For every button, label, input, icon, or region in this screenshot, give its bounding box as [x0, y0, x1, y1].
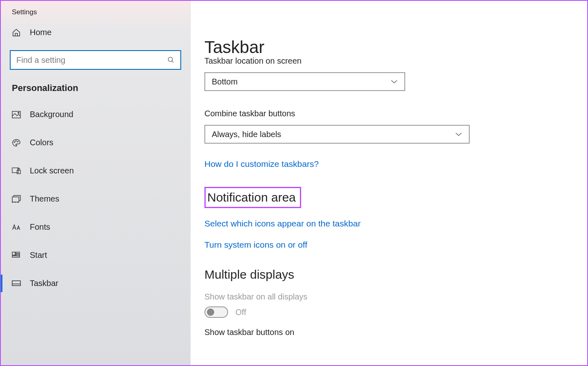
location-label: Taskbar location on screen — [204, 56, 587, 66]
location-dropdown[interactable]: Bottom — [204, 72, 405, 91]
system-icons-link[interactable]: Turn system icons on or off — [204, 240, 587, 250]
search-input[interactable] — [16, 55, 167, 65]
sidebar-item-label: Themes — [30, 194, 59, 204]
section-label: Personalization — [1, 83, 190, 103]
home-nav[interactable]: Home — [1, 22, 190, 43]
svg-rect-14 — [12, 281, 20, 286]
taskbar-icon — [12, 279, 21, 288]
sidebar-item-label: Colors — [30, 138, 53, 147]
sidebar-item-lockscreen[interactable]: Lock screen — [1, 160, 190, 182]
svg-line-1 — [172, 61, 173, 62]
svg-rect-9 — [12, 197, 19, 202]
notif-icons-link[interactable]: Select which icons appear on the taskbar — [204, 219, 587, 228]
combine-value: Always, hide labels — [212, 130, 281, 139]
home-icon — [12, 28, 21, 37]
svg-rect-11 — [16, 252, 20, 253]
svg-point-0 — [168, 57, 173, 62]
notification-heading-highlight: Notification area — [204, 187, 301, 208]
show-buttons-on-label: Show taskbar buttons on — [204, 328, 587, 337]
svg-point-6 — [18, 141, 18, 142]
svg-rect-10 — [12, 252, 15, 255]
fonts-icon — [12, 223, 21, 231]
combine-label: Combine taskbar buttons — [204, 109, 587, 118]
sidebar-item-themes[interactable]: Themes — [1, 188, 190, 210]
help-link[interactable]: How do I customize taskbars? — [204, 159, 587, 169]
sidebar-item-label: Taskbar — [30, 279, 58, 288]
show-taskbar-all-toggle[interactable] — [204, 306, 228, 318]
themes-icon — [12, 195, 21, 203]
palette-icon — [12, 139, 21, 147]
svg-point-3 — [18, 112, 19, 113]
sidebar-item-colors[interactable]: Colors — [1, 131, 190, 154]
notification-heading: Notification area — [207, 191, 296, 204]
sidebar-item-background[interactable]: Background — [1, 103, 190, 126]
app-title: Settings — [1, 1, 190, 22]
home-label: Home — [30, 28, 51, 37]
show-taskbar-all-toggle-row: Off — [204, 306, 587, 318]
show-taskbar-all-label: Show taskbar on all displays — [204, 292, 587, 302]
sidebar-item-label: Fonts — [30, 222, 50, 232]
sidebar-item-start[interactable]: Start — [1, 244, 190, 266]
sidebar-item-label: Background — [30, 110, 73, 119]
combine-dropdown[interactable]: Always, hide labels — [204, 125, 470, 144]
chevron-down-icon — [455, 132, 462, 136]
lockscreen-icon — [12, 167, 21, 175]
toggle-state-text: Off — [235, 308, 246, 317]
sidebar-item-taskbar[interactable]: Taskbar — [1, 272, 190, 295]
multiple-displays-heading: Multiple displays — [204, 268, 587, 282]
start-icon — [12, 251, 21, 260]
sidebar: Settings Home Personalization — [1, 1, 191, 365]
main-content: Taskbar Taskbar location on screen Botto… — [191, 1, 587, 365]
sidebar-item-fonts[interactable]: Fonts — [1, 216, 190, 238]
page-title: Taskbar — [204, 38, 587, 57]
svg-point-4 — [14, 142, 15, 142]
svg-point-5 — [16, 140, 16, 141]
search-input-wrap[interactable] — [10, 50, 181, 70]
sidebar-item-label: Start — [30, 251, 47, 260]
svg-rect-13 — [12, 255, 20, 257]
sidebar-item-label: Lock screen — [30, 166, 74, 175]
svg-rect-8 — [17, 170, 20, 173]
image-icon — [12, 111, 21, 119]
chevron-down-icon — [391, 80, 398, 84]
search-icon — [167, 56, 175, 64]
location-value: Bottom — [212, 77, 237, 87]
